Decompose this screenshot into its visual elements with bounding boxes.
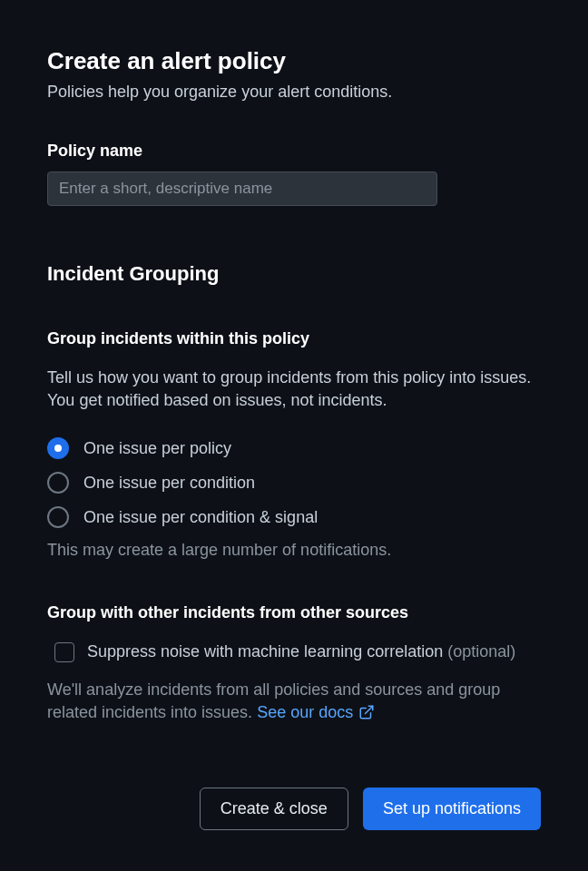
- page-subtitle: Policies help you organize your alert co…: [47, 83, 541, 102]
- group-other-sources-title: Group with other incidents from other so…: [47, 603, 541, 622]
- svg-line-0: [366, 707, 373, 714]
- radio-option-per-condition[interactable]: One issue per condition: [47, 472, 541, 494]
- radio-circle-icon: [47, 506, 69, 528]
- radio-circle-icon: [47, 437, 69, 459]
- group-within-policy-description: Tell us how you want to group incidents …: [47, 367, 541, 412]
- setup-notifications-button[interactable]: Set up notifications: [363, 788, 541, 830]
- policy-name-input[interactable]: [47, 171, 437, 206]
- group-within-policy-title: Group incidents within this policy: [47, 329, 541, 348]
- policy-name-label: Policy name: [47, 142, 541, 161]
- radio-label: One issue per policy: [83, 439, 231, 458]
- link-text: See our docs: [257, 701, 353, 724]
- suppress-noise-checkbox-row: Suppress noise with machine learning cor…: [54, 641, 541, 663]
- page-title: Create an alert policy: [47, 47, 541, 75]
- create-close-button[interactable]: Create & close: [200, 788, 348, 830]
- radio-circle-icon: [47, 472, 69, 494]
- external-link-icon: [358, 704, 375, 720]
- radio-option-per-policy[interactable]: One issue per policy: [47, 437, 541, 459]
- optional-tag: (optional): [447, 642, 515, 661]
- checkbox-label-wrap: Suppress noise with machine learning cor…: [87, 641, 515, 663]
- radio-option-per-condition-signal[interactable]: One issue per condition & signal: [47, 506, 541, 528]
- radio-label: One issue per condition: [83, 474, 255, 493]
- grouping-radio-group: One issue per policy One issue per condi…: [47, 437, 541, 528]
- incident-grouping-title: Incident Grouping: [47, 262, 541, 286]
- button-row: Create & close Set up notifications: [47, 788, 541, 830]
- suppress-noise-label: Suppress noise with machine learning cor…: [87, 642, 443, 661]
- see-docs-link[interactable]: See our docs: [257, 701, 375, 724]
- suppress-noise-checkbox[interactable]: [54, 642, 74, 662]
- radio-label: One issue per condition & signal: [83, 508, 318, 527]
- grouping-helper-text: This may create a large number of notifi…: [47, 541, 541, 560]
- other-sources-description: We'll analyze incidents from all policie…: [47, 679, 541, 724]
